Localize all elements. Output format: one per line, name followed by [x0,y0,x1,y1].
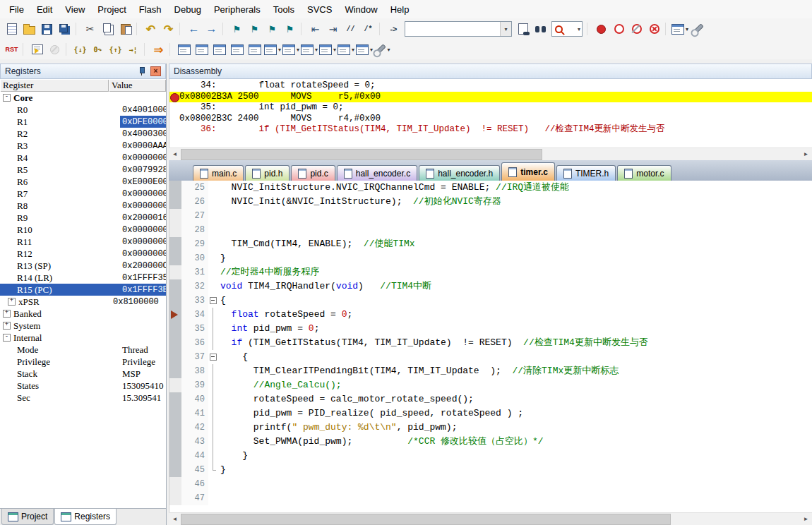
insert-breakpoint-button[interactable] [593,21,609,37]
tab-pid-c[interactable]: pid.c [291,165,335,181]
editor-margin[interactable] [169,279,181,294]
tab-motor-c[interactable]: motor.c [617,165,671,181]
registers-window-button[interactable] [229,42,245,57]
register-row-r8[interactable]: R80x0000000 [0,200,166,212]
toolbox-button[interactable]: ▾ [374,42,390,57]
register-row-stack[interactable]: StackMSP [0,368,166,380]
new-file-button[interactable] [4,21,20,37]
kill-all-breakpoints-button[interactable] [646,21,662,37]
run-button[interactable] [29,42,45,57]
copy-button[interactable] [100,21,116,37]
previous-bookmark-button[interactable]: ⚑ [246,21,263,37]
enable-breakpoint-button[interactable] [611,21,627,37]
menu-view[interactable]: View [59,1,91,18]
undo-button[interactable]: ↶ [143,21,159,37]
editor-margin[interactable] [169,449,181,463]
navigate-forward-button[interactable]: → [203,21,220,37]
call-stack-window-button[interactable] [246,42,263,57]
show-current-statement-button[interactable]: ⇒ [150,42,167,57]
trace-windows-button[interactable]: ▾ [338,42,354,57]
register-row-internal[interactable]: -Internal [0,332,166,344]
editor-margin[interactable] [169,322,181,336]
tab-hall-encoder-c[interactable]: hall_encoder.c [337,165,417,181]
editor-margin[interactable] [169,406,181,421]
scroll-left-icon[interactable]: ◄ [169,148,181,159]
save-button[interactable] [39,21,55,37]
save-all-button[interactable] [56,21,73,37]
step-over-button[interactable]: 0↷ [90,42,106,57]
register-row-r15-pc-[interactable]: R15 (PC)0x1FFFF3B [0,284,166,296]
editor-margin[interactable] [169,364,181,378]
register-row-privilege[interactable]: PrivilegePrivilege [0,356,166,368]
close-icon[interactable] [150,66,161,76]
next-bookmark-button[interactable]: ⚑ [264,21,280,37]
configure-target-button[interactable] [690,21,706,37]
find-button[interactable] [532,21,549,37]
goto-button[interactable]: -> [386,21,402,37]
memory-windows-button[interactable]: ▾ [282,42,299,57]
command-window-button[interactable] [176,42,192,57]
indent-button[interactable]: ⇥ [325,21,341,37]
register-row-r7[interactable]: R70x0000000 [0,188,166,200]
dropdown-caret-icon[interactable]: ▾ [333,47,336,53]
paste-button[interactable] [117,21,133,37]
register-row-sec[interactable]: Sec15.309541 [0,392,166,404]
disassembly-line[interactable]: 0x08002B3C 2400 MOVS r4,#0x00 [179,114,812,125]
chevron-down-icon[interactable]: ▾ [500,22,511,36]
code-text[interactable]: //定时器4中断服务程序 [217,265,319,279]
dropdown-caret-icon[interactable]: ▾ [352,47,354,53]
register-row-r5[interactable]: R50x0079928 [0,164,166,176]
menu-flash[interactable]: Flash [133,1,168,18]
editor-hscrollbar[interactable]: ◄ ► [169,512,812,525]
disassembly-line[interactable]: 35: int pid_pwm = 0; [179,102,812,114]
lookup-box[interactable]: ▾ [551,21,583,37]
editor-margin[interactable] [169,237,181,251]
code-text[interactable] [217,491,220,505]
scroll-left-icon[interactable]: ◄ [169,513,181,524]
register-row-r2[interactable]: R20x4000300 [0,128,166,140]
disassembly-hscrollbar[interactable]: ◄ ► [169,147,812,160]
menu-svcs[interactable]: SVCS [301,1,338,18]
register-row-xpsr[interactable]: +xPSR0x8100000 [0,296,166,308]
tab-pid-h[interactable]: pid.h [245,165,289,181]
uncomment-button[interactable]: /* [360,21,376,37]
editor-margin[interactable] [169,294,181,308]
code-text[interactable]: Set_PWMA(pid_pwm); /*CCR 修改比较值（占空比）*/ [217,435,544,449]
comment-button[interactable]: // [342,21,359,37]
clear-bookmarks-button[interactable]: ⚑ [282,21,298,37]
editor-margin[interactable] [169,435,181,449]
editor-margin[interactable] [169,477,181,491]
panel-tab-registers[interactable]: Registers [54,509,117,525]
code-text[interactable]: NVIC_Init(&NVIC_InitStructure); //初始化NVI… [217,195,501,209]
analysis-windows-button[interactable]: ▾ [319,42,336,57]
redo-button[interactable]: ↷ [160,21,177,37]
dropdown-caret-icon[interactable]: ▾ [686,26,688,32]
editor-margin[interactable] [169,308,181,322]
editor-margin[interactable] [169,392,181,406]
register-row-states[interactable]: States153095410 [0,380,166,392]
toggle-bookmark-button[interactable]: ⚑ [229,21,245,37]
code-text[interactable]: void TIM4_IRQHandler(void) //TIM4中断 [217,279,431,294]
editor-margin[interactable] [169,421,181,435]
disassembly-line[interactable]: 34: float rotateSpeed = 0; [179,80,812,92]
debug-restore-views-button[interactable]: ▾ [671,21,688,37]
register-row-core[interactable]: -Core [0,92,166,104]
editor-margin[interactable] [169,209,181,223]
code-text[interactable]: { [217,294,226,308]
tree-expand-icon[interactable]: + [8,298,16,306]
dropdown-caret-icon[interactable]: ▾ [315,47,318,53]
tree-collapse-icon[interactable]: - [3,94,11,102]
dropdown-caret-icon[interactable]: ▾ [297,47,299,53]
reset-button[interactable]: RST [4,42,20,57]
dropdown-caret-icon[interactable]: ▾ [388,47,390,53]
unindent-button[interactable]: ⇤ [307,21,323,37]
disassembly-line[interactable]: 36: if (TIM_GetITStatus(TIM4, TIM_IT_Upd… [179,124,812,135]
register-row-r12[interactable]: R120x0000000 [0,248,166,260]
scrollbar-thumb[interactable] [181,514,671,525]
code-text[interactable]: pid_pwm = PID_realize( pid_speed, rotate… [217,406,523,421]
code-text[interactable] [217,209,220,223]
editor-margin[interactable] [169,223,181,237]
tab-timer-h[interactable]: TIMER.h [556,165,616,181]
menu-edit[interactable]: Edit [30,1,59,18]
code-text[interactable]: TIM_ClearITPendingBit(TIM4, TIM_IT_Updat… [217,364,619,378]
